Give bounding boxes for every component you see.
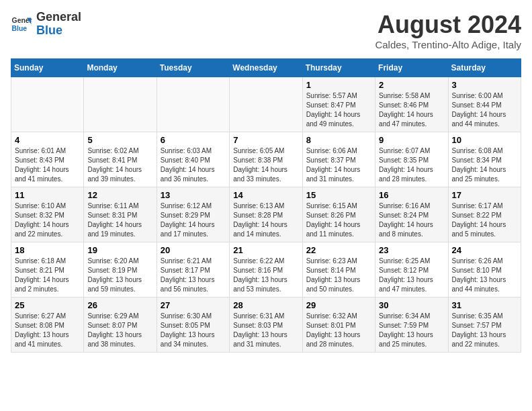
- calendar-cell: 4Sunrise: 6:01 AMSunset: 8:43 PMDaylight…: [11, 132, 84, 187]
- day-info: Sunrise: 6:10 AMSunset: 8:32 PMDaylight:…: [15, 201, 80, 239]
- day-number: 1: [306, 80, 371, 90]
- header-friday: Friday: [375, 59, 448, 77]
- day-number: 20: [161, 245, 226, 255]
- day-info: Sunrise: 6:32 AMSunset: 8:01 PMDaylight:…: [306, 312, 371, 349]
- calendar-header-row: SundayMondayTuesdayWednesdayThursdayFrid…: [11, 59, 521, 77]
- header-tuesday: Tuesday: [157, 59, 229, 77]
- calendar-cell: 24Sunrise: 6:26 AMSunset: 8:10 PMDayligh…: [448, 242, 521, 298]
- day-number: 4: [15, 135, 80, 145]
- calendar-cell: 27Sunrise: 6:30 AMSunset: 8:05 PMDayligh…: [157, 298, 229, 353]
- calendar-week-2: 11Sunrise: 6:10 AMSunset: 8:32 PMDayligh…: [11, 187, 521, 242]
- day-number: 5: [87, 135, 152, 145]
- calendar-cell: 26Sunrise: 6:29 AMSunset: 8:07 PMDayligh…: [84, 298, 157, 353]
- logo-icon: General Blue: [11, 13, 32, 35]
- day-number: 11: [15, 190, 80, 200]
- day-number: 28: [233, 300, 298, 310]
- calendar-cell: 9Sunrise: 6:07 AMSunset: 8:35 PMDaylight…: [375, 132, 448, 187]
- day-info: Sunrise: 6:35 AMSunset: 7:57 PMDaylight:…: [452, 312, 517, 349]
- day-number: 2: [379, 80, 444, 90]
- day-number: 10: [452, 135, 517, 145]
- day-info: Sunrise: 6:34 AMSunset: 7:59 PMDaylight:…: [379, 312, 444, 349]
- calendar-cell: 30Sunrise: 6:34 AMSunset: 7:59 PMDayligh…: [375, 298, 448, 353]
- calendar-cell: 17Sunrise: 6:17 AMSunset: 8:22 PMDayligh…: [448, 187, 521, 242]
- day-info: Sunrise: 6:21 AMSunset: 8:17 PMDaylight:…: [161, 257, 226, 294]
- day-number: 21: [233, 245, 298, 255]
- day-number: 16: [379, 190, 444, 200]
- header-monday: Monday: [84, 59, 157, 77]
- day-info: Sunrise: 6:12 AMSunset: 8:29 PMDaylight:…: [161, 201, 226, 239]
- logo: General Blue General Blue: [11, 11, 81, 38]
- day-info: Sunrise: 6:29 AMSunset: 8:07 PMDaylight:…: [87, 312, 152, 349]
- calendar-cell: 20Sunrise: 6:21 AMSunset: 8:17 PMDayligh…: [157, 242, 229, 298]
- day-number: 25: [15, 300, 80, 310]
- logo-line1: General: [36, 11, 81, 24]
- calendar-cell: 12Sunrise: 6:11 AMSunset: 8:31 PMDayligh…: [84, 187, 157, 242]
- calendar-cell: 1Sunrise: 5:57 AMSunset: 8:47 PMDaylight…: [302, 77, 375, 132]
- calendar-cell: [230, 77, 302, 132]
- day-info: Sunrise: 6:20 AMSunset: 8:19 PMDaylight:…: [87, 257, 152, 294]
- day-info: Sunrise: 6:13 AMSunset: 8:28 PMDaylight:…: [233, 201, 298, 239]
- day-number: 8: [306, 135, 371, 145]
- day-info: Sunrise: 6:03 AMSunset: 8:40 PMDaylight:…: [161, 146, 226, 184]
- calendar-cell: 6Sunrise: 6:03 AMSunset: 8:40 PMDaylight…: [157, 132, 229, 187]
- calendar-cell: 31Sunrise: 6:35 AMSunset: 7:57 PMDayligh…: [448, 298, 521, 353]
- day-number: 29: [306, 300, 371, 310]
- logo-line2: Blue: [36, 24, 81, 38]
- day-number: 6: [161, 135, 226, 145]
- title-block: August 2024 Caldes, Trentino-Alto Adige,…: [375, 11, 521, 50]
- calendar-cell: 2Sunrise: 5:58 AMSunset: 8:46 PMDaylight…: [375, 77, 448, 132]
- page-subtitle: Caldes, Trentino-Alto Adige, Italy: [375, 39, 521, 50]
- calendar-cell: 22Sunrise: 6:23 AMSunset: 8:14 PMDayligh…: [302, 242, 375, 298]
- day-number: 13: [161, 190, 226, 200]
- calendar-cell: 23Sunrise: 6:25 AMSunset: 8:12 PMDayligh…: [375, 242, 448, 298]
- day-info: Sunrise: 6:05 AMSunset: 8:38 PMDaylight:…: [233, 146, 298, 184]
- calendar-cell: 8Sunrise: 6:06 AMSunset: 8:37 PMDaylight…: [302, 132, 375, 187]
- header-wednesday: Wednesday: [230, 59, 302, 77]
- day-number: 26: [87, 300, 152, 310]
- day-info: Sunrise: 6:11 AMSunset: 8:31 PMDaylight:…: [87, 201, 152, 239]
- calendar-week-4: 25Sunrise: 6:27 AMSunset: 8:08 PMDayligh…: [11, 298, 521, 353]
- calendar-cell: 14Sunrise: 6:13 AMSunset: 8:28 PMDayligh…: [230, 187, 302, 242]
- day-number: 12: [87, 190, 152, 200]
- calendar-week-3: 18Sunrise: 6:18 AMSunset: 8:21 PMDayligh…: [11, 242, 521, 298]
- calendar-cell: [84, 77, 157, 132]
- day-info: Sunrise: 6:06 AMSunset: 8:37 PMDaylight:…: [306, 146, 371, 184]
- day-number: 3: [452, 80, 517, 90]
- day-number: 27: [161, 300, 226, 310]
- page-title: August 2024: [375, 11, 521, 39]
- day-info: Sunrise: 6:15 AMSunset: 8:26 PMDaylight:…: [306, 201, 371, 239]
- calendar-cell: 16Sunrise: 6:16 AMSunset: 8:24 PMDayligh…: [375, 187, 448, 242]
- calendar-cell: 13Sunrise: 6:12 AMSunset: 8:29 PMDayligh…: [157, 187, 229, 242]
- day-number: 9: [379, 135, 444, 145]
- calendar-cell: 3Sunrise: 6:00 AMSunset: 8:44 PMDaylight…: [448, 77, 521, 132]
- calendar-cell: 29Sunrise: 6:32 AMSunset: 8:01 PMDayligh…: [302, 298, 375, 353]
- calendar-cell: 15Sunrise: 6:15 AMSunset: 8:26 PMDayligh…: [302, 187, 375, 242]
- calendar-cell: 5Sunrise: 6:02 AMSunset: 8:41 PMDaylight…: [84, 132, 157, 187]
- day-number: 15: [306, 190, 371, 200]
- calendar-cell: 25Sunrise: 6:27 AMSunset: 8:08 PMDayligh…: [11, 298, 84, 353]
- day-info: Sunrise: 6:30 AMSunset: 8:05 PMDaylight:…: [161, 312, 226, 349]
- day-number: 24: [452, 245, 517, 255]
- calendar-cell: 19Sunrise: 6:20 AMSunset: 8:19 PMDayligh…: [84, 242, 157, 298]
- day-info: Sunrise: 6:07 AMSunset: 8:35 PMDaylight:…: [379, 146, 444, 184]
- day-number: 17: [452, 190, 517, 200]
- day-info: Sunrise: 6:31 AMSunset: 8:03 PMDaylight:…: [233, 312, 298, 349]
- day-info: Sunrise: 6:26 AMSunset: 8:10 PMDaylight:…: [452, 257, 517, 294]
- day-number: 19: [87, 245, 152, 255]
- day-number: 30: [379, 300, 444, 310]
- day-number: 31: [452, 300, 517, 310]
- day-info: Sunrise: 6:27 AMSunset: 8:08 PMDaylight:…: [15, 312, 80, 349]
- day-info: Sunrise: 6:18 AMSunset: 8:21 PMDaylight:…: [15, 257, 80, 294]
- day-info: Sunrise: 6:02 AMSunset: 8:41 PMDaylight:…: [87, 146, 152, 184]
- day-info: Sunrise: 6:00 AMSunset: 8:44 PMDaylight:…: [452, 91, 517, 129]
- svg-text:Blue: Blue: [12, 24, 28, 32]
- calendar-cell: 10Sunrise: 6:08 AMSunset: 8:34 PMDayligh…: [448, 132, 521, 187]
- calendar-week-1: 4Sunrise: 6:01 AMSunset: 8:43 PMDaylight…: [11, 132, 521, 187]
- header-saturday: Saturday: [448, 59, 521, 77]
- logo-text: General Blue: [36, 11, 81, 38]
- page-header: General Blue General Blue August 2024 Ca…: [11, 11, 521, 50]
- day-info: Sunrise: 6:08 AMSunset: 8:34 PMDaylight:…: [452, 146, 517, 184]
- day-number: 14: [233, 190, 298, 200]
- header-thursday: Thursday: [302, 59, 375, 77]
- day-info: Sunrise: 6:01 AMSunset: 8:43 PMDaylight:…: [15, 146, 80, 184]
